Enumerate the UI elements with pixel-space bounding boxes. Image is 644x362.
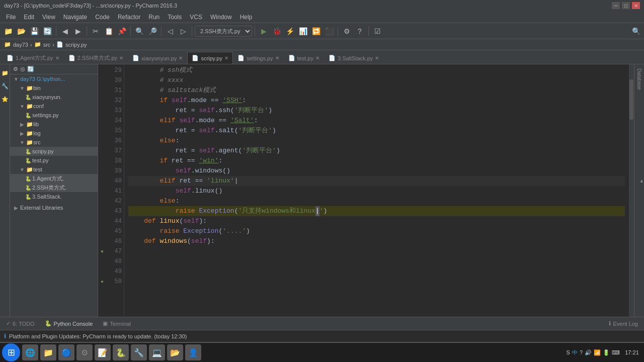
reload-button[interactable]: 🔁	[310, 25, 322, 37]
tree-item-salt-file[interactable]: 🐍 3.SaltStack.	[10, 192, 98, 201]
tray-spelling[interactable]: S	[567, 349, 570, 355]
save-all-button[interactable]: 💾	[28, 25, 40, 37]
tab-test-close[interactable]: ✕	[315, 55, 319, 61]
tree-item-day73[interactable]: ▼ day73 G:\python...	[10, 74, 98, 83]
tab-ssh-close[interactable]: ✕	[119, 55, 123, 61]
menu-navigate[interactable]: Navigate	[59, 11, 91, 23]
editor-scrollbar[interactable]	[629, 64, 634, 317]
taskbar-icon-6[interactable]: 🐍	[113, 344, 129, 360]
maximize-button[interactable]: □	[622, 2, 630, 9]
tree-settings-icon[interactable]: ⚙	[13, 66, 18, 72]
tree-item-scripy[interactable]: 🐍 scripy.py	[10, 147, 98, 156]
favorites-icon[interactable]: ⭐	[1, 95, 10, 104]
tray-battery[interactable]: 🔋	[603, 349, 610, 356]
database-label[interactable]: Database	[636, 64, 642, 90]
todo-tab[interactable]: ✓ 6: TODO	[2, 319, 39, 328]
forward-button[interactable]: ▷	[177, 25, 189, 37]
sdk-button[interactable]: ⚙	[341, 25, 353, 37]
search-everywhere-button[interactable]: 🔍	[630, 25, 642, 37]
taskbar-icon-2[interactable]: 📁	[40, 344, 56, 360]
undo-button[interactable]: ◀	[59, 25, 71, 37]
tray-help[interactable]: ?	[580, 349, 583, 355]
menu-code[interactable]: Code	[91, 11, 114, 23]
taskbar-icon-9[interactable]: 📂	[167, 344, 183, 360]
tab-xiao-close[interactable]: ✕	[179, 55, 183, 61]
stop-button[interactable]: ⬛	[323, 25, 335, 37]
tree-item-lib[interactable]: ▶ 📁 lib	[10, 120, 98, 129]
structure-icon[interactable]: 🔧	[1, 81, 10, 90]
tab-salt-close[interactable]: ✕	[375, 55, 379, 61]
python-console-tab[interactable]: 🐍 Python Console	[41, 319, 97, 328]
tree-item-src[interactable]: ▼ 📁 src	[10, 138, 98, 147]
tree-item-ssh-file[interactable]: 🐍 2.SSH类方式.	[10, 183, 98, 192]
tray-speaker[interactable]: 🔊	[585, 349, 592, 356]
breadcrumb-day73[interactable]: day73	[13, 42, 28, 48]
tray-keyboard[interactable]: ⌨	[612, 349, 620, 356]
find-button[interactable]: 🔍	[133, 25, 145, 37]
clock[interactable]: 17:21	[622, 349, 642, 355]
taskbar-icon-7[interactable]: 🔧	[131, 344, 147, 360]
tree-collapse-icon[interactable]: ◎	[20, 66, 25, 72]
tree-item-test[interactable]: ▼ 📁 test	[10, 165, 98, 174]
tree-item-bin[interactable]: ▼ 📁 bin	[10, 83, 98, 93]
paste-button[interactable]: 📌	[116, 25, 128, 37]
project-icon[interactable]: 📁	[1, 68, 10, 77]
taskbar-icon-8[interactable]: 💻	[149, 344, 165, 360]
menu-view[interactable]: View	[38, 11, 59, 23]
run-config-select[interactable]: 2.SSH类方式.py	[195, 26, 252, 37]
menu-help[interactable]: Help	[236, 11, 257, 23]
redo-button[interactable]: ▶	[72, 25, 84, 37]
tab-ssh[interactable]: 📄 2.SSH类方式.py ✕	[64, 52, 128, 64]
help-button[interactable]: ?	[354, 25, 366, 37]
taskbar-icon-10[interactable]: 👤	[185, 344, 201, 360]
tree-item-conf[interactable]: ▼ 📁 conf	[10, 102, 98, 111]
tab-xiao[interactable]: 📄 xiaoyunyun.py ✕	[128, 52, 187, 64]
taskbar-icon-4[interactable]: ⚙	[76, 344, 93, 360]
taskbar-icon-5[interactable]: 📝	[95, 344, 111, 360]
minimize-button[interactable]: ─	[612, 2, 620, 9]
tree-item-log[interactable]: ▶ 📁 log	[10, 129, 98, 138]
code-editor[interactable]: # ssh模式 # xxxx # saltstack模式 if self.mod…	[124, 64, 629, 317]
taskbar-icon-3[interactable]: 🔵	[58, 344, 74, 360]
tray-input-method[interactable]: 中	[572, 349, 578, 356]
taskbar-icon-1[interactable]: 🌐	[22, 344, 38, 360]
tree-item-agent[interactable]: 🐍 1.Agent方式.	[10, 174, 98, 183]
tasks-button[interactable]: ☑	[371, 25, 383, 37]
menu-vcs[interactable]: VCS	[186, 11, 206, 23]
tray-network[interactable]: 📶	[594, 349, 601, 356]
tab-settings-close[interactable]: ✕	[275, 55, 279, 61]
run-button[interactable]: ▶	[258, 25, 270, 37]
menu-edit[interactable]: Edit	[20, 11, 38, 23]
tab-test[interactable]: 📄 test.py ✕	[284, 52, 324, 64]
tab-agent[interactable]: 📄 1.Agent方式.py ✕	[2, 52, 64, 64]
run-coverage-button[interactable]: ⚡	[284, 25, 296, 37]
cut-button[interactable]: ✂	[90, 25, 102, 37]
menu-window[interactable]: Window	[206, 11, 236, 23]
start-button[interactable]: ⊞	[2, 343, 20, 361]
profile-button[interactable]: 📊	[297, 25, 309, 37]
menu-run[interactable]: Run	[144, 11, 164, 23]
tab-scripy[interactable]: 📄 scripy.py ✕	[187, 52, 233, 64]
close-button[interactable]: ✕	[632, 2, 640, 9]
terminal-tab[interactable]: ▣ Terminal	[99, 319, 135, 328]
breadcrumb-file[interactable]: scripy.py	[65, 42, 87, 48]
menu-tools[interactable]: Tools	[164, 11, 186, 23]
scrollbar-thumb[interactable]	[629, 79, 633, 120]
tree-item-xiaoyunyun[interactable]: 🐍 xiaoyunyun.	[10, 93, 98, 102]
back-button[interactable]: ◁	[164, 25, 176, 37]
open-button[interactable]: 📂	[15, 25, 27, 37]
menu-refactor[interactable]: Refactor	[114, 11, 144, 23]
debug-button[interactable]: 🐞	[271, 25, 283, 37]
event-log-tab[interactable]: ℹ Event Log	[605, 319, 642, 328]
tree-item-external[interactable]: ▶ External Libraries	[10, 203, 98, 212]
breadcrumb-src[interactable]: src	[43, 42, 51, 48]
find-usages-button[interactable]: 🔎	[146, 25, 158, 37]
tab-salt[interactable]: 📄 3.SaltStack.py ✕	[324, 52, 383, 64]
new-file-button[interactable]: 📁	[2, 25, 14, 37]
tree-item-settings[interactable]: 🐍 settings.py	[10, 111, 98, 120]
copy-button[interactable]: 📋	[103, 25, 115, 37]
tab-settings[interactable]: 📄 settings.py ✕	[233, 52, 284, 64]
tree-item-testpy[interactable]: 🐍 test.py	[10, 156, 98, 165]
sync-button[interactable]: 🔄	[41, 25, 53, 37]
menu-file[interactable]: File	[2, 11, 20, 23]
